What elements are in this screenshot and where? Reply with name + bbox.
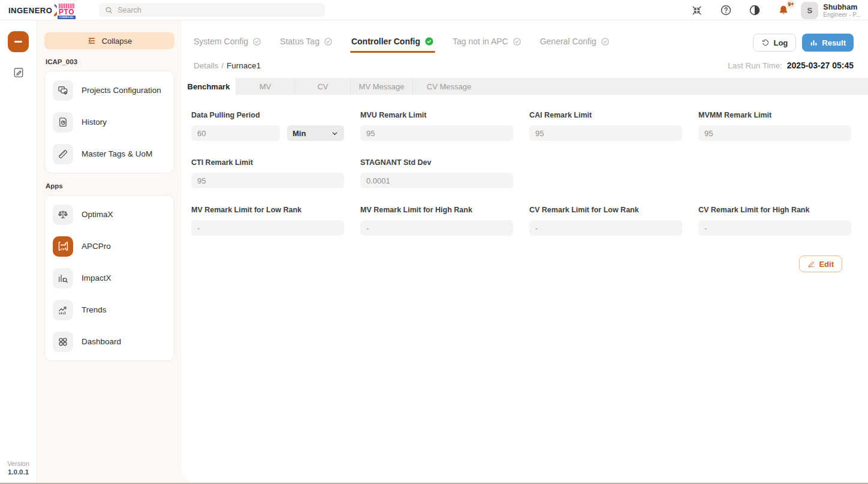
sidebar-item-label: History — [82, 118, 107, 127]
mvmm-remark-limit-input[interactable] — [698, 125, 851, 141]
field-label: STAGNANT Std Dev — [360, 158, 513, 167]
subtab-cv-message[interactable]: CV Message — [413, 78, 485, 95]
check-circle-icon — [324, 37, 333, 46]
active-app-button[interactable] — [8, 31, 29, 52]
data-pulling-period-input[interactable] — [191, 125, 280, 141]
field-label: CTI Remark Limit — [191, 158, 344, 167]
history-icon — [53, 112, 73, 133]
cv-remark-limit-high-rank-input[interactable] — [698, 220, 851, 236]
result-button[interactable]: Result — [802, 34, 854, 52]
logo-text: INGENERO — [8, 6, 52, 15]
last-run-time: Last Run Time: 2025-03-27 05:45 — [728, 61, 854, 70]
sidebar-item-apcpro[interactable]: mv cv APCPro — [45, 230, 174, 262]
config-tabs: System Config Status Tag Controller Conf… — [194, 37, 610, 49]
benchmark-form: Data Pulling Period Min MVU Remark Limit… — [182, 95, 868, 272]
scales-icon — [53, 205, 73, 225]
sidebar-item-impactx[interactable]: ImpactX — [45, 262, 174, 294]
pto-logo-word: PTO — [59, 8, 74, 16]
sidebar-item-optimax[interactable]: OptimaX — [45, 199, 174, 230]
main-content: System Config Status Tag Controller Conf… — [182, 20, 868, 483]
sidebar-item-projects-configuration[interactable]: Projects Configuration — [45, 74, 174, 106]
collapse-icon — [87, 36, 97, 46]
help-icon[interactable] — [719, 4, 732, 17]
top-header: INGENERO PTO CHEMICAL — [0, 0, 868, 20]
last-run-label: Last Run Time: — [728, 61, 782, 70]
dash-icon — [14, 41, 22, 43]
mv-remark-limit-high-rank-input[interactable] — [360, 220, 513, 236]
user-name: Shubham — [823, 3, 861, 11]
log-button[interactable]: Log — [753, 34, 796, 52]
apps-nav-card: OptimaX mv cv APCPro — [44, 195, 174, 361]
pto-logo-bottom: CHEMICAL — [58, 16, 76, 19]
tab-general-config[interactable]: General Config — [540, 37, 610, 49]
sidebar-item-label: Dashboard — [82, 337, 121, 346]
tab-controller-config[interactable]: Controller Config — [351, 37, 434, 49]
sidebar-item-dashboard[interactable]: Dashboard — [45, 326, 174, 357]
project-section-label: ICAP_003 — [46, 58, 174, 65]
search-icon — [105, 6, 113, 14]
bar-chart-icon — [810, 39, 818, 47]
field-label: MV Remark Limit for High Rank — [360, 206, 513, 214]
check-circle-icon — [601, 37, 610, 46]
user-role: Engineer - P... — [823, 11, 861, 18]
last-run-value: 2025-03-27 05:45 — [787, 61, 854, 70]
notification-badge: 9+ — [786, 0, 795, 8]
subtab-cv[interactable]: CV — [296, 78, 351, 95]
field-cv-remark-limit-high-rank: CV Remark Limit for High Rank — [698, 206, 851, 236]
user-menu[interactable]: S Shubham Engineer - P... — [801, 2, 861, 19]
mvu-remark-limit-input[interactable] — [360, 125, 513, 141]
field-label: CV Remark Limit for High Rank — [698, 206, 851, 214]
sidebar-item-history[interactable]: History — [45, 106, 174, 138]
global-search[interactable] — [99, 3, 325, 17]
notes-edit-icon[interactable] — [13, 67, 25, 79]
collapse-sidebar-button[interactable]: Collapse — [44, 32, 174, 49]
cai-remark-limit-input[interactable] — [529, 125, 682, 141]
svg-text:cv: cv — [61, 247, 65, 251]
notifications-bell-icon[interactable]: 9+ — [777, 4, 789, 17]
field-label: CV Remark Limit for Low Rank — [529, 206, 682, 214]
version-label: Version — [7, 460, 29, 467]
field-label: CAI Remark Limit — [529, 111, 682, 119]
tab-system-config[interactable]: System Config — [194, 37, 261, 49]
check-circle-icon — [252, 37, 261, 46]
field-mvu-remark-limit: MVU Remark Limit — [360, 111, 513, 141]
field-cv-remark-limit-low-rank: CV Remark Limit for Low Rank — [529, 206, 682, 236]
chevron-down-icon — [331, 130, 339, 137]
version-value: 1.0.0.1 — [7, 468, 29, 476]
avatar: S — [801, 2, 818, 19]
breadcrumb-parent[interactable]: Details — [194, 61, 218, 70]
sidebar-item-trends[interactable]: Trends — [45, 294, 174, 326]
collapse-label: Collapse — [102, 37, 132, 46]
stagnant-std-dev-input[interactable] — [360, 173, 513, 188]
sidebar-item-label: OptimaX — [82, 210, 113, 219]
field-mv-remark-limit-high-rank: MV Remark Limit for High Rank — [360, 206, 513, 236]
app-rail: Version 1.0.0.1 — [0, 20, 37, 483]
mv-remark-limit-low-rank-input[interactable] — [191, 220, 344, 236]
tab-tag-not-in-apc[interactable]: Tag not in APC — [453, 37, 522, 49]
subtab-mv-message[interactable]: MV Message — [351, 78, 413, 95]
field-cai-remark-limit: CAI Remark Limit — [529, 111, 682, 141]
tab-status-tag[interactable]: Status Tag — [280, 37, 333, 49]
compress-icon[interactable] — [691, 4, 703, 17]
theme-contrast-icon[interactable] — [748, 4, 761, 17]
field-label: MVU Remark Limit — [360, 111, 513, 119]
chart-magnifier-icon — [53, 268, 73, 288]
project-nav-card: Projects Configuration History — [44, 71, 174, 173]
search-input[interactable] — [117, 6, 319, 14]
breadcrumb-separator: / — [221, 61, 224, 70]
ruler-icon — [53, 144, 73, 164]
sidebar-item-label: APCPro — [82, 242, 111, 251]
check-circle-icon-active — [424, 37, 434, 46]
cti-remark-limit-input[interactable] — [191, 173, 344, 188]
sidebar: Collapse ICAP_003 Projects Configuration — [37, 20, 182, 483]
field-label: MVMM Remark Limit — [698, 111, 851, 119]
pto-chemical-logo: PTO CHEMICAL — [57, 1, 76, 19]
subtab-benchmark[interactable]: Benchmark — [182, 78, 236, 95]
sidebar-item-label: Master Tags & UoM — [82, 149, 152, 158]
data-pulling-period-unit-select[interactable]: Min — [287, 125, 344, 141]
sidebar-item-master-tags-uom[interactable]: Master Tags & UoM — [45, 138, 174, 170]
subtab-mv[interactable]: MV — [236, 78, 296, 95]
edit-button[interactable]: Edit — [799, 255, 842, 272]
trend-chart-icon — [53, 300, 73, 320]
cv-remark-limit-low-rank-input[interactable] — [529, 220, 682, 236]
